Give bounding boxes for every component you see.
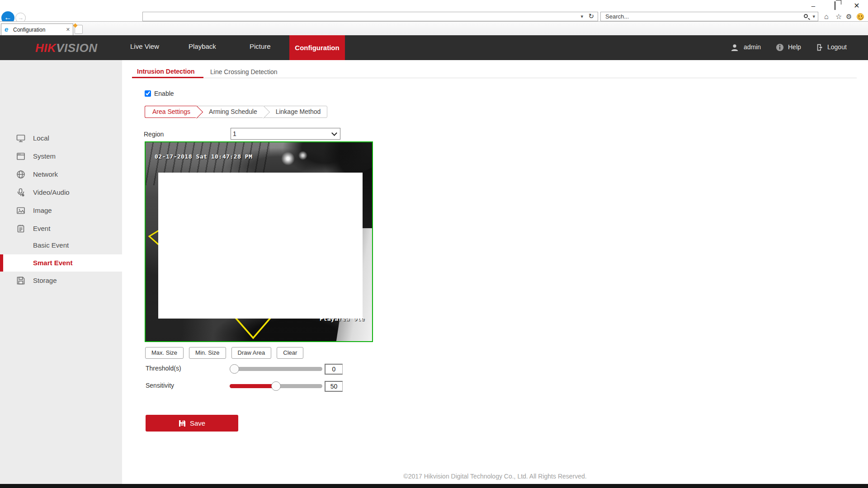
bottom-edge-bar [0,484,868,488]
step-tabs: Area Settings Arming Schedule Linkage Me… [145,106,327,118]
sidebar-item-network[interactable]: Network [0,165,122,183]
search-dropdown-icon[interactable]: ▾ [812,14,815,19]
threshold-value[interactable]: 0 [325,364,343,375]
tab-intrusion-detection[interactable]: Intrusion Detection [137,68,195,75]
restore-icon [835,1,835,10]
microphone-icon [16,188,25,197]
sidebar-item-smart-event[interactable]: Smart Event [0,254,122,272]
tabs-divider [132,78,857,78]
threshold-slider[interactable] [230,364,322,374]
save-label: Save [190,419,205,427]
enable-checkbox[interactable] [145,90,151,97]
sidebar-item-storage[interactable]: Storage [0,272,122,290]
user-icon [731,43,739,52]
drawn-area-rectangle[interactable] [158,173,363,319]
sidebar-item-local[interactable]: Local [0,129,122,147]
floppy-icon [16,276,25,285]
image-icon [16,206,25,215]
sidebar-item-system[interactable]: System [0,147,122,165]
sidebar-label: Event [33,225,50,232]
system-window-icon [16,152,25,161]
logo-hik: HIK [35,41,56,55]
region-select-wrap: 1 [231,128,340,140]
save-button[interactable]: Save [146,415,238,432]
sidebar-item-event[interactable]: Event [0,220,122,238]
max-size-button[interactable]: Max. Size [145,347,184,359]
address-dropdown-icon[interactable]: ▾ [580,14,583,19]
user-name[interactable]: admin [744,43,761,51]
tab-close-icon[interactable]: ✕ [66,27,70,33]
enable-label: Enable [154,90,174,97]
step-area-settings[interactable]: Area Settings [145,106,197,118]
nav-picture[interactable]: Picture [250,42,271,50]
sidebar-item-image[interactable]: Image [0,202,122,220]
search-input[interactable] [604,13,794,20]
sidebar-label: Smart Event [33,259,73,267]
slider-fill [230,384,276,388]
sidebar-label: System [33,152,56,160]
event-note-icon [16,224,25,233]
nav-configuration[interactable]: Configuration [289,35,345,60]
area-buttons-row: Max. Size Min. Size Draw Area Clear [145,347,303,359]
window-restore-button[interactable] [829,1,841,11]
url-input[interactable] [145,13,570,20]
copyright-footer: ©2017 Hikvision Digital Technology Co., … [122,473,868,480]
monitor-icon [16,134,25,143]
home-icon[interactable]: ⌂ [824,13,829,20]
ie-logo-icon: e [5,26,8,33]
info-icon [776,43,784,52]
sidebar-label: Local [33,134,49,142]
region-label: Region [144,131,164,138]
favorites-star-icon[interactable]: ☆ [835,13,842,20]
gear-icon[interactable]: ⚙ [846,13,852,20]
slider-handle[interactable] [230,364,239,374]
sidebar-label: Basic Event [33,241,69,249]
step-linkage-method[interactable]: Linkage Method [264,106,328,118]
video-preview[interactable]: 02-17-2018 Sat 10:47:28 PM Playarea Ole [145,141,373,342]
globe-icon [16,170,25,179]
tab-band [0,22,868,35]
search-icon[interactable] [804,14,808,18]
window-minimize-button[interactable]: – [807,1,819,11]
slider-track[interactable] [230,367,322,371]
sidebar-item-video-audio[interactable]: Video/Audio [0,183,122,202]
draw-area-button[interactable]: Draw Area [231,347,272,359]
sensitivity-value[interactable]: 50 [325,381,343,392]
sidebar-item-basic-event[interactable]: Basic Event [0,237,122,254]
active-indicator-bar [0,254,3,272]
threshold-label: Threshold(s) [146,365,181,372]
address-bar[interactable]: ▾ ↻ [142,12,598,21]
help-link[interactable]: Help [788,43,801,51]
sensitivity-label: Sensitivity [146,382,174,389]
sidebar-label: Storage [33,277,57,284]
feedback-smiley-icon[interactable] [857,13,864,20]
step-arming-schedule[interactable]: Arming Schedule [197,106,264,118]
sensitivity-slider[interactable] [230,381,322,391]
search-box[interactable]: ▾ [600,12,818,21]
slider-handle[interactable] [271,381,281,391]
hikvision-logo: HIKVISION [35,41,97,55]
tab-title: Configuration [13,27,45,33]
save-floppy-icon [179,420,186,427]
new-tab-button[interactable] [75,25,83,34]
sidebar-label: Video/Audio [33,188,70,196]
nav-live-view[interactable]: Live View [130,42,159,50]
region-select[interactable]: 1 [231,128,340,140]
logo-vision: VISION [56,41,97,55]
window-close-button[interactable]: ✕ [851,1,863,11]
camera-scene: 02-17-2018 Sat 10:47:28 PM Playarea Ole [146,142,372,341]
clear-button[interactable]: Clear [277,347,303,359]
nav-playback[interactable]: Playback [189,42,216,50]
sidebar-label: Network [33,170,58,178]
browser-tab-configuration[interactable]: e Configuration ✕ [1,23,73,35]
active-tab-underline [132,77,203,78]
logout-link[interactable]: Logout [827,43,847,51]
sidebar-label: Image [33,206,52,214]
refresh-icon[interactable]: ↻ [588,12,594,20]
logout-icon [816,43,824,52]
tab-line-crossing-detection[interactable]: Line Crossing Detection [210,68,278,75]
min-size-button[interactable]: Min. Size [189,347,226,359]
